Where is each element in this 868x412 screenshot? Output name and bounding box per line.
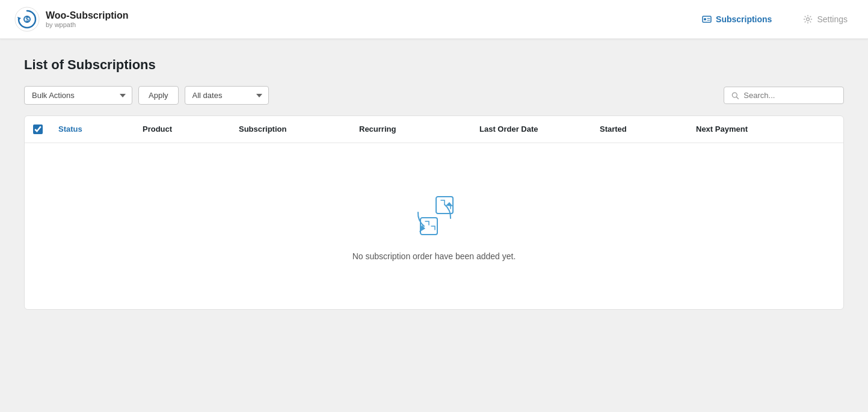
search-icon (731, 91, 739, 100)
search-wrapper[interactable] (724, 87, 844, 104)
col-last-order-date: Last Order Date (472, 116, 593, 143)
settings-gear-icon (803, 14, 813, 24)
col-status: Status (51, 116, 135, 143)
svg-point-8 (807, 18, 810, 21)
select-all-cell[interactable] (25, 116, 51, 143)
empty-state-message: No subscription order have been added ye… (352, 251, 516, 261)
select-all-checkbox[interactable] (33, 125, 43, 134)
col-subscription: Subscription (232, 116, 352, 143)
col-next-payment: Next Payment (689, 116, 843, 143)
logo-area: $ Woo-Subscription by wppath (14, 7, 696, 32)
main-nav: Subscriptions Settings (696, 11, 854, 28)
nav-settings-label: Settings (817, 14, 848, 24)
logo-icon: $ (14, 7, 40, 32)
subscriptions-nav-icon (702, 14, 712, 24)
nav-subscriptions-label: Subscriptions (716, 14, 772, 24)
nav-subscriptions[interactable]: Subscriptions (696, 11, 778, 28)
empty-state: No subscription order have been added ye… (25, 143, 843, 309)
bulk-actions-select[interactable]: Bulk Actions Cancel Activate Delete (24, 86, 132, 105)
empty-state-icon (407, 191, 461, 239)
col-product: Product (135, 116, 232, 143)
svg-line-10 (736, 97, 738, 99)
table-header: Status Product Subscription Recurring La… (25, 116, 843, 143)
svg-text:$: $ (26, 16, 29, 23)
app-title: Woo-Subscription (46, 10, 128, 21)
app-subtitle: by wppath (46, 21, 128, 28)
toolbar: Bulk Actions Cancel Activate Delete Appl… (24, 86, 844, 105)
main-content: List of Subscriptions Bulk Actions Cance… (0, 39, 868, 328)
col-started: Started (593, 116, 689, 143)
svg-point-5 (704, 18, 706, 20)
col-recurring: Recurring (352, 116, 472, 143)
date-filter-select[interactable]: All dates This month Last month This yea… (185, 86, 269, 105)
search-input[interactable] (743, 91, 836, 100)
nav-settings[interactable]: Settings (797, 11, 854, 28)
logo-text: Woo-Subscription by wppath (46, 10, 128, 28)
apply-button[interactable]: Apply (138, 86, 179, 105)
page-title: List of Subscriptions (24, 57, 844, 73)
app-header: $ Woo-Subscription by wppath Subscriptio… (0, 0, 868, 39)
subscriptions-table: Status Product Subscription Recurring La… (24, 115, 844, 310)
svg-marker-13 (446, 202, 453, 206)
